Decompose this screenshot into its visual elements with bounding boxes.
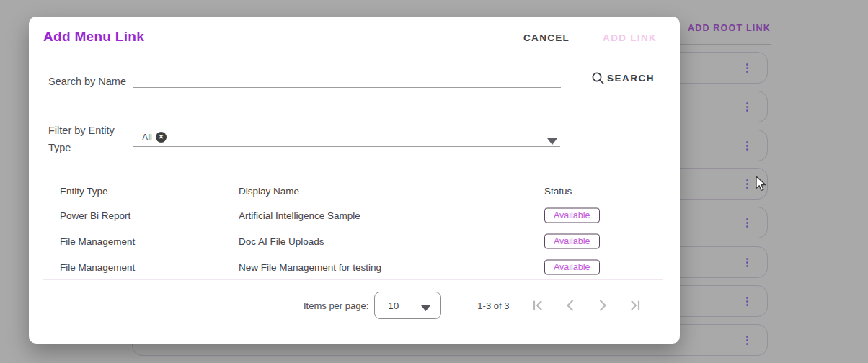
display-name-cell: Doc AI File Uploads: [239, 236, 324, 246]
column-header-status: Status: [544, 185, 572, 196]
column-header-entity-type: Entity Type: [60, 185, 108, 196]
paginator: Items per page: 10 1-3 of 3: [304, 291, 642, 320]
search-icon: [591, 71, 605, 85]
page-range-label: 1-3 of 3: [477, 300, 509, 311]
kebab-menu-icon[interactable]: [741, 100, 753, 113]
select-caret-icon: [421, 302, 430, 308]
entity-type-cell: Power Bi Report: [60, 210, 130, 220]
filter-by-entity-type-label: Filter by Entity Type: [48, 122, 133, 156]
entity-type-select[interactable]: All ✕: [142, 132, 167, 143]
add-root-link-button[interactable]: ADD ROOT LINK: [688, 23, 771, 33]
table-row[interactable]: Power Bi Report Artificial Intelligence …: [43, 202, 663, 228]
status-badge: Available: [544, 207, 600, 223]
cancel-button[interactable]: CANCEL: [523, 32, 570, 43]
kebab-menu-icon[interactable]: [741, 61, 753, 74]
dialog-title: Add Menu Link: [43, 29, 144, 45]
results-table: Entity Type Display Name Status Power Bi…: [43, 179, 663, 280]
search-input[interactable]: [133, 66, 561, 88]
items-per-page-value: 10: [388, 300, 399, 311]
dropdown-caret-icon[interactable]: [547, 135, 557, 141]
add-menu-link-dialog: Add Menu Link CANCEL ADD LINK Search by …: [29, 17, 680, 344]
search-button[interactable]: SEARCH: [591, 71, 655, 85]
table-row[interactable]: File Management New File Management for …: [43, 254, 663, 280]
pager-buttons: [531, 298, 642, 313]
table-row[interactable]: File Management Doc AI File Uploads Avai…: [43, 228, 663, 254]
kebab-menu-icon[interactable]: [741, 333, 753, 346]
first-page-icon[interactable]: [531, 298, 545, 313]
display-name-cell: Artificial Intelligence Sample: [239, 210, 360, 220]
kebab-menu-icon[interactable]: [741, 216, 753, 229]
add-link-button[interactable]: ADD LINK: [603, 32, 657, 43]
items-per-page-label: Items per page:: [304, 300, 368, 311]
kebab-menu-icon[interactable]: [741, 295, 753, 308]
kebab-menu-icon[interactable]: [741, 177, 753, 190]
table-header-row: Entity Type Display Name Status: [43, 179, 663, 202]
column-header-display-name: Display Name: [239, 185, 299, 196]
items-per-page-select[interactable]: 10: [374, 292, 441, 319]
search-by-name-label: Search by Name: [48, 73, 133, 90]
entity-type-cell: File Management: [60, 236, 135, 246]
screen: ADD ROOT LINK Add Menu Link CANCEL ADD L…: [0, 0, 868, 363]
entity-type-cell: File Management: [60, 261, 135, 272]
last-page-icon[interactable]: [628, 298, 642, 313]
filter-underline: [133, 146, 560, 147]
kebab-menu-icon[interactable]: [741, 139, 753, 152]
status-badge: Available: [544, 259, 600, 274]
clear-filter-icon[interactable]: ✕: [156, 132, 167, 143]
kebab-menu-icon[interactable]: [741, 256, 753, 269]
status-badge: Available: [544, 233, 600, 248]
display-name-cell: New File Management for testing: [239, 261, 381, 272]
dialog-actions: CANCEL ADD LINK: [523, 32, 657, 43]
search-button-label: SEARCH: [607, 73, 655, 84]
previous-page-icon[interactable]: [563, 298, 577, 313]
selected-entity-type-chip: All: [142, 133, 152, 143]
next-page-icon[interactable]: [595, 298, 610, 313]
